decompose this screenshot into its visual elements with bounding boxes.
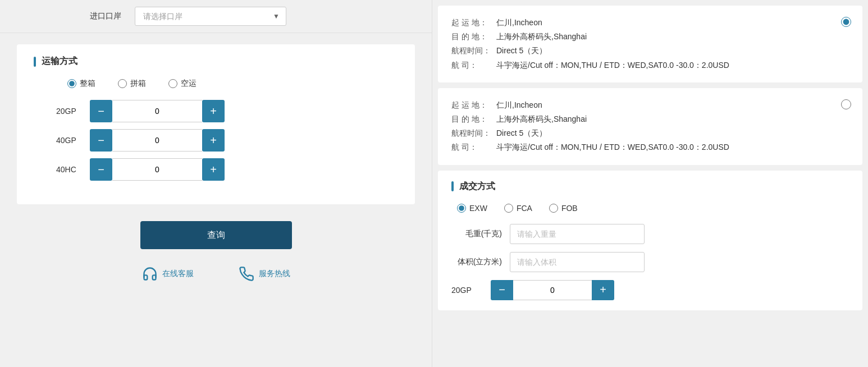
container-row-40gp: 40GP − +	[34, 129, 398, 152]
radio-exw-input[interactable]	[457, 204, 466, 213]
online-service-link[interactable]: 在线客服	[142, 266, 194, 282]
hotline-link[interactable]: 服务热线	[239, 266, 290, 282]
duration-value-1: Direct 5（天）	[496, 44, 547, 58]
stepper-40gp: − +	[90, 129, 225, 152]
radio-fob[interactable]: FOB	[549, 204, 578, 213]
deal-radio-group: EXW FCA FOB	[457, 204, 849, 213]
online-service-label: 在线客服	[162, 269, 194, 279]
plus-icon-40hc: +	[210, 164, 217, 175]
weight-input[interactable]	[510, 224, 645, 244]
deal-decrease-20gp-button[interactable]: −	[491, 280, 513, 300]
route-1-dest: 目 的 地： 上海外高桥码头,Shanghai	[451, 30, 849, 44]
query-button[interactable]: 查询	[140, 221, 292, 249]
radio-exw[interactable]: EXW	[457, 204, 487, 213]
import-port-label: 进口口岸	[90, 11, 135, 21]
radio-fob-input[interactable]	[549, 204, 558, 213]
carrier-value-1: 斗宇海运/Cut off：MON,THU / ETD：WED,SAT0.0 -3…	[496, 58, 729, 72]
increase-20gp-button[interactable]: +	[202, 100, 225, 122]
route-2-dest: 目 的 地： 上海外高桥码头,Shanghai	[451, 112, 849, 126]
dest-label-2: 目 的 地：	[451, 112, 496, 126]
radio-lcl[interactable]: 拼箱	[118, 79, 146, 89]
minus-icon-40hc: −	[98, 164, 104, 175]
radio-air[interactable]: 空运	[168, 79, 197, 89]
import-port-row: 进口口岸 请选择口岸 ▼	[0, 0, 432, 33]
radio-fcl-input[interactable]	[67, 79, 76, 88]
transport-radio-group: 整箱 拼箱 空运	[67, 79, 398, 89]
carrier-label-2: 航 司：	[451, 140, 496, 154]
weight-label: 毛重(千克)	[451, 229, 502, 239]
radio-fcl[interactable]: 整箱	[67, 79, 95, 89]
radio-fob-label: FOB	[561, 204, 578, 213]
radio-fca-label: FCA	[517, 204, 532, 213]
deal-stepper-20gp: − +	[491, 280, 614, 300]
container-20gp-label: 20GP	[56, 107, 90, 116]
decrease-40hc-button[interactable]: −	[90, 158, 112, 181]
import-port-select[interactable]: 请选择口岸	[135, 7, 286, 26]
decrease-20gp-button[interactable]: −	[90, 100, 112, 122]
route-radio-2[interactable]	[841, 99, 851, 109]
route-1-duration: 航程时间： Direct 5（天）	[451, 44, 849, 58]
route-radio-1[interactable]	[841, 17, 851, 27]
radio-lcl-input[interactable]	[118, 79, 127, 88]
input-40gp[interactable]	[112, 129, 202, 152]
route-card-1: 起 运 地： 仁川,Incheon 目 的 地： 上海外高桥码头,Shangha…	[438, 6, 862, 82]
origin-value-1: 仁川,Incheon	[496, 16, 542, 30]
minus-icon-deal-20gp: −	[499, 283, 505, 296]
plus-icon-40gp: +	[210, 135, 217, 146]
hotline-label: 服务热线	[259, 269, 290, 279]
transport-section: 运输方式 整箱 拼箱 空运 20GP −	[17, 44, 415, 204]
deal-increase-20gp-button[interactable]: +	[592, 280, 614, 300]
origin-label-1: 起 运 地：	[451, 16, 496, 30]
dest-value-2: 上海外高桥码头,Shanghai	[496, 112, 587, 126]
input-40hc[interactable]	[112, 158, 202, 181]
container-row-20gp: 20GP − +	[34, 100, 398, 122]
query-section: 查询 在线客服 服务热线	[0, 221, 432, 282]
increase-40hc-button[interactable]: +	[202, 158, 225, 181]
increase-40gp-button[interactable]: +	[202, 129, 225, 152]
stepper-20gp: − +	[90, 100, 225, 122]
radio-fcl-label: 整箱	[80, 79, 95, 89]
deal-input-20gp[interactable]	[513, 280, 592, 300]
weight-row: 毛重(千克)	[451, 224, 849, 244]
duration-label-1: 航程时间：	[451, 44, 496, 58]
radio-air-input[interactable]	[168, 79, 177, 88]
decrease-40gp-button[interactable]: −	[90, 129, 112, 152]
container-40hc-label: 40HC	[56, 165, 90, 174]
route-1-carrier: 航 司： 斗宇海运/Cut off：MON,THU / ETD：WED,SAT0…	[451, 58, 849, 72]
dest-value-1: 上海外高桥码头,Shanghai	[496, 30, 587, 44]
deal-20gp-label: 20GP	[451, 286, 485, 295]
deal-container-row-20gp: 20GP − +	[451, 280, 849, 300]
deal-section: 成交方式 EXW FCA FOB 毛重(千克) 体积(立方米)	[438, 171, 862, 310]
minus-icon-20gp: −	[98, 105, 104, 117]
input-20gp[interactable]	[112, 100, 202, 122]
route-2-carrier: 航 司： 斗宇海运/Cut off：MON,THU / ETD：WED,SAT0…	[451, 140, 849, 154]
route-2-duration: 航程时间： Direct 5（天）	[451, 126, 849, 140]
radio-air-label: 空运	[181, 79, 197, 89]
route-2-origin: 起 运 地： 仁川,Incheon	[451, 98, 849, 112]
plus-icon-20gp: +	[210, 105, 217, 117]
carrier-value-2: 斗宇海运/Cut off：MON,THU / ETD：WED,SAT0.0 -3…	[496, 140, 729, 154]
import-port-select-wrapper: 请选择口岸 ▼	[135, 7, 286, 26]
volume-label: 体积(立方米)	[451, 257, 502, 267]
origin-label-2: 起 运 地：	[451, 98, 496, 112]
duration-value-2: Direct 5（天）	[496, 126, 547, 140]
service-links: 在线客服 服务热线	[142, 266, 290, 282]
stepper-40hc: − +	[90, 158, 225, 181]
radio-fca-input[interactable]	[504, 204, 513, 213]
container-40gp-label: 40GP	[56, 136, 90, 145]
deal-section-title: 成交方式	[451, 181, 849, 192]
container-row-40hc: 40HC − +	[34, 158, 398, 181]
origin-value-2: 仁川,Incheon	[496, 98, 542, 112]
radio-exw-label: EXW	[469, 204, 487, 213]
volume-row: 体积(立方米)	[451, 252, 849, 272]
dest-label-1: 目 的 地：	[451, 30, 496, 44]
route-card-2: 起 运 地： 仁川,Incheon 目 的 地： 上海外高桥码头,Shangha…	[438, 88, 862, 165]
headset-icon	[142, 266, 158, 282]
radio-fca[interactable]: FCA	[504, 204, 532, 213]
carrier-label-1: 航 司：	[451, 58, 496, 72]
phone-icon	[239, 266, 254, 282]
left-panel: 进口口岸 请选择口岸 ▼ 运输方式 整箱 拼箱 空运	[0, 0, 432, 367]
volume-input[interactable]	[510, 252, 645, 272]
route-1-origin: 起 运 地： 仁川,Incheon	[451, 16, 849, 30]
right-panel: 起 运 地： 仁川,Incheon 目 的 地： 上海外高桥码头,Shangha…	[432, 0, 868, 367]
